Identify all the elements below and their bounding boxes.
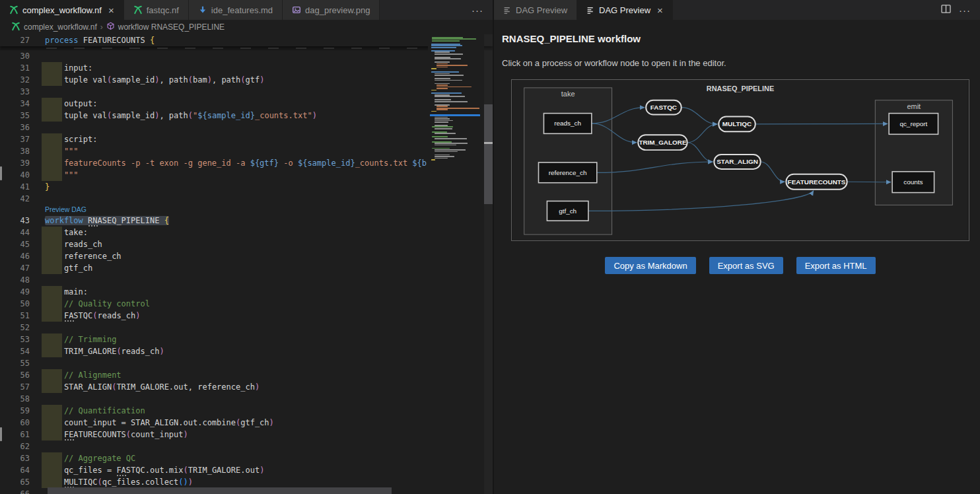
tab-label: ide_features.md — [211, 5, 273, 15]
tab-fastqc-nf[interactable]: fastqc.nf — [124, 0, 189, 20]
code-line-27: 27process FEATURECOUNTS { — [0, 34, 493, 46]
close-tab-icon[interactable]: × — [657, 5, 663, 15]
code-text: // Quality control — [45, 298, 150, 310]
horizontal-scrollbar[interactable] — [0, 487, 484, 494]
line-number: 39 — [0, 157, 30, 169]
code-line-38: 38 """ — [0, 145, 493, 157]
line-number: 44 — [0, 227, 30, 238]
tab-complex-workflow-nf[interactable]: complex_workflow.nf× — [0, 0, 124, 20]
tabbar-spacer — [673, 0, 941, 20]
svg-text:qc_report: qc_report — [899, 120, 927, 127]
code-text: process FEATURECOUNTS { — [45, 34, 155, 46]
dag-node-reads_ch[interactable]: reads_ch — [543, 114, 591, 134]
overview-ruler-cursor-mark — [484, 142, 493, 144]
line-number: 30 — [0, 50, 30, 62]
code-text: tuple val(sample_id), path(bam), path(gt… — [45, 74, 264, 86]
right-editor-group: DAG PreviewDAG Preview× ··· RNASEQ_PIPEL… — [494, 0, 980, 494]
dag-node-star_align[interactable]: STAR_ALIGN — [714, 155, 760, 169]
svg-text:reference_ch: reference_ch — [549, 169, 587, 176]
tab-label: dag_preview.png — [305, 5, 370, 15]
code-text: input: — [45, 62, 92, 74]
code-line-51: 51 FASTQC(reads_ch) — [0, 310, 493, 322]
code-line-36: 36 — [0, 122, 493, 133]
minimap-content — [430, 37, 481, 161]
svg-text:gtf_ch: gtf_ch — [559, 207, 577, 215]
code-line-55: 55 — [0, 357, 493, 369]
code-line-57: 57 STAR_ALIGN(TRIM_GALORE.out, reference… — [0, 381, 493, 393]
vertical-scrollbar-thumb[interactable] — [484, 104, 493, 204]
tab-dag-preview[interactable]: DAG Preview — [494, 0, 577, 20]
export-as-html-button[interactable]: Export as HTML — [796, 257, 876, 274]
code-text: STAR_ALIGN(TRIM_GALORE.out, reference_ch… — [45, 381, 260, 393]
export-as-svg-button[interactable]: Export as SVG — [709, 257, 783, 274]
dag-diagram: takeemitRNASEQ_PIPELINEreads_chreference… — [511, 79, 969, 241]
code-text: script: — [45, 133, 97, 145]
code-line-50: 50 // Quality control — [0, 298, 493, 310]
minimap[interactable] — [428, 34, 484, 494]
breadcrumb-file[interactable]: complex_workflow.nf — [24, 22, 97, 32]
line-number: 41 — [0, 181, 30, 193]
image-icon — [292, 5, 301, 15]
tab-dag-preview[interactable]: DAG Preview× — [577, 0, 673, 20]
line-number: 57 — [0, 381, 30, 393]
code-line-37: 37 script: — [0, 133, 493, 145]
code-line-58: 58 — [0, 393, 493, 405]
tab-dag-preview-png[interactable]: dag_preview.png — [283, 0, 380, 20]
dag-node-trim_galore[interactable]: TRIM_GALORE — [638, 135, 687, 150]
dag-node-fastqc[interactable]: FASTQC — [646, 100, 682, 115]
dag-node-featurecounts[interactable]: FEATURECOUNTS — [786, 174, 847, 190]
line-number: 33 — [0, 86, 30, 98]
copy-as-markdown-button[interactable]: Copy as Markdown — [605, 257, 695, 274]
left-editor-group: complex_workflow.nf×fastqc.nfide_feature… — [0, 0, 493, 494]
line-number: 54 — [0, 345, 30, 357]
line-number: 45 — [0, 238, 30, 250]
tab-label: complex_workflow.nf — [22, 5, 102, 15]
dag-node-qc_report[interactable]: qc_report — [889, 114, 938, 135]
svg-text:reads_ch: reads_ch — [554, 120, 581, 127]
codelens-preview-dag-link[interactable]: Preview DAG — [45, 205, 87, 215]
dag-node-reference_ch[interactable]: reference_ch — [539, 162, 597, 183]
more-actions-icon[interactable]: ··· — [959, 5, 971, 15]
code-line-59: 59 // Quantification — [0, 405, 493, 417]
dag-svg: takeemitRNASEQ_PIPELINEreads_chreference… — [512, 80, 969, 240]
line-number: 56 — [0, 369, 30, 381]
breadcrumb[interactable]: complex_workflow.nf › workflow RNASEQ_PI… — [0, 20, 493, 34]
left-edge-decoration — [0, 427, 2, 441]
close-tab-icon[interactable]: × — [108, 5, 114, 15]
dag-node-multiqc[interactable]: MULTIQC — [718, 117, 755, 132]
code-editor[interactable]: 27process FEATURECOUNTS {3031 input:32 t… — [0, 34, 493, 494]
line-number: 37 — [0, 133, 30, 145]
code-text: """ — [45, 145, 79, 157]
dag-node-gtf_ch[interactable]: gtf_ch — [547, 201, 588, 221]
line-number: 55 — [0, 357, 30, 369]
code-line-46: 46 reference_ch — [0, 250, 493, 262]
line-number: 65 — [0, 476, 30, 488]
vertical-scrollbar[interactable] — [484, 34, 493, 494]
line-number: 43 — [0, 215, 30, 227]
markdown-icon — [198, 5, 207, 15]
code-line-41: 41} — [0, 181, 493, 193]
breadcrumb-symbol[interactable]: workflow RNASEQ_PIPELINE — [118, 22, 225, 32]
code-text: count_input = STAR_ALIGN.out.combine(gtf… — [45, 417, 274, 429]
preview-icon — [586, 6, 595, 15]
code-line-45: 45 reads_ch — [0, 238, 493, 250]
code-line-47: 47 gtf_ch — [0, 262, 493, 274]
dag-node-counts[interactable]: counts — [892, 172, 934, 193]
code-text: workflow RNASEQ_PIPELINE { — [45, 215, 169, 227]
preview-icon — [503, 6, 512, 15]
more-actions-icon[interactable]: ··· — [472, 5, 483, 15]
code-line-63: 63 // Aggregate QC — [0, 452, 493, 464]
line-number: 61 — [0, 429, 30, 441]
split-editor-icon[interactable] — [941, 4, 951, 16]
code-line-32: 32 tuple val(sample_id), path(bam), path… — [0, 74, 493, 86]
tab-ide-features-md[interactable]: ide_features.md — [189, 0, 283, 20]
dag-export-buttons: Copy as MarkdownExport as SVGExport as H… — [511, 257, 969, 274]
line-number: 63 — [0, 452, 30, 464]
line-number: 52 — [0, 322, 30, 334]
svg-text:take: take — [561, 90, 575, 98]
code-text: FEATURECOUNTS(count_input) — [45, 429, 188, 441]
line-number: 53 — [0, 334, 30, 345]
svg-text:MULTIQC: MULTIQC — [722, 120, 752, 127]
horizontal-scrollbar-thumb[interactable] — [48, 487, 392, 494]
code-text: qc_files = FASTQC.out.mix(TRIM_GALORE.ou… — [45, 464, 264, 476]
